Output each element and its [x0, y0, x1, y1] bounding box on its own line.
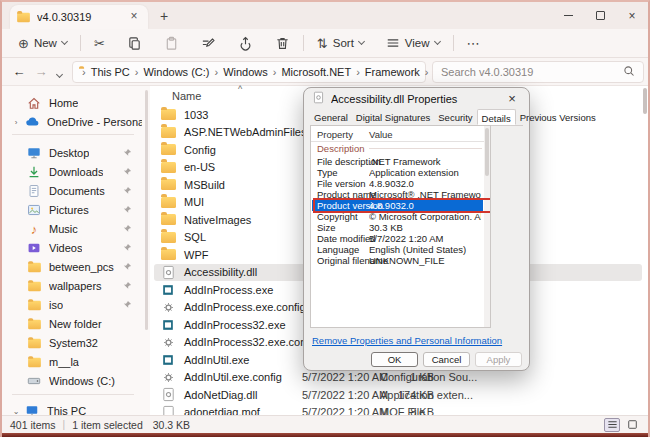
see-more-button[interactable]: ⋯: [461, 34, 486, 53]
sidebar-item-desktop[interactable]: Desktop: [2, 144, 142, 162]
breadcrumb-framework[interactable]: Framework: [363, 66, 422, 78]
pin-icon: [122, 224, 132, 234]
sidebar-item-videos[interactable]: Videos: [2, 239, 142, 257]
property-row[interactable]: Product nameMicrosoft® .NET Framework: [312, 189, 483, 200]
sidebar-item-new-folder[interactable]: New folder: [2, 315, 142, 333]
large-thumbnails-view-toggle[interactable]: [624, 418, 640, 432]
cut-button[interactable]: ✂: [88, 34, 111, 53]
copy-button[interactable]: [121, 33, 148, 54]
tab-details[interactable]: Details: [477, 109, 516, 125]
breadcrumb-windows-c[interactable]: Windows (C:): [141, 66, 211, 78]
sidebar-item-label: New folder: [49, 318, 102, 330]
rename-button[interactable]: [195, 33, 222, 54]
dialog-title-bar: Accessibility.dll Properties ×: [304, 88, 529, 109]
sidebar-item-system32[interactable]: System32: [2, 334, 142, 352]
tab-close-icon[interactable]: ×: [126, 9, 142, 25]
config-file-icon: [160, 369, 176, 385]
file-list-scrollbar[interactable]: [643, 88, 647, 114]
property-row[interactable]: TypeApplication extension: [312, 167, 483, 178]
sidebar-divider: [12, 394, 134, 395]
collapse-chevron-icon[interactable]: ⌄: [8, 407, 24, 416]
sidebar-item-label: Windows (C:): [49, 375, 115, 387]
breadcrumb-separator: ›: [211, 66, 221, 78]
forward-button[interactable]: →: [30, 64, 52, 79]
file-row[interactable]: AddInUtil.exe.config5/7/2022 1:20 AMConf…: [154, 369, 642, 387]
folder-icon: [160, 107, 176, 123]
dialog-tabs: General Digital Signatures Security Deta…: [310, 110, 523, 126]
recent-locations-button[interactable]: [52, 63, 66, 81]
property-row[interactable]: Copyright© Microsoft Corporation. All ri…: [312, 211, 483, 222]
cancel-button[interactable]: Cancel: [423, 352, 470, 367]
delete-button[interactable]: [269, 33, 296, 54]
sidebar-item-pictures[interactable]: Pictures: [2, 201, 142, 219]
file-name: AddInProcess.exe: [184, 284, 273, 296]
property-row-product-version[interactable]: Product version4.8.9032.0: [312, 200, 483, 211]
property-row[interactable]: Size30.3 KB: [312, 222, 483, 233]
minimize-button[interactable]: [552, 2, 584, 29]
property-row[interactable]: Original filenameUNKNOWN_FILE: [312, 255, 483, 266]
sheet-scrollbar[interactable]: [484, 126, 490, 327]
tab-digital-signatures[interactable]: Digital Signatures: [352, 110, 434, 125]
expand-chevron-icon[interactable]: ›: [8, 118, 24, 127]
details-view-toggle[interactable]: [604, 418, 620, 432]
sidebar-item-between-pcs[interactable]: between_pcs: [2, 258, 142, 276]
sidebar-item-label: Documents: [49, 185, 105, 197]
file-row[interactable]: AdoNetDiag.dll5/7/2022 1:20 AMApplicatio…: [154, 386, 642, 404]
sidebar-item-windows-c[interactable]: Windows (C:): [2, 372, 142, 390]
folder-icon: [26, 259, 42, 275]
close-button[interactable]: ×: [616, 2, 648, 29]
sidebar-item-documents[interactable]: Documents: [2, 182, 142, 200]
sidebar-item-onedrive[interactable]: › OneDrive - Personal: [2, 113, 142, 131]
folder-icon: [26, 297, 42, 313]
new-tab-button[interactable]: +: [154, 8, 174, 26]
paste-button[interactable]: [158, 33, 185, 54]
remove-properties-link[interactable]: Remove Properties and Personal Informati…: [312, 335, 502, 346]
breadcrumb-this-pc[interactable]: This PC: [89, 66, 132, 78]
sidebar-item-wallpapers[interactable]: wallpapers: [2, 277, 142, 295]
property-value: 30.3 KB: [369, 222, 481, 233]
view-button[interactable]: View: [380, 33, 446, 53]
sidebar-item-downloads[interactable]: Downloads: [2, 163, 142, 181]
sort-button-label: Sort: [333, 37, 354, 49]
property-row[interactable]: LanguageEnglish (United States): [312, 244, 483, 255]
folder-icon: [160, 194, 176, 210]
property-value: Application extension: [369, 167, 481, 178]
home-icon: [26, 95, 42, 111]
tab-previous-versions[interactable]: Previous Versions: [516, 110, 600, 125]
share-button[interactable]: [232, 33, 259, 54]
tab-security[interactable]: Security: [434, 110, 476, 125]
sidebar-item-m-la[interactable]: m__la: [2, 353, 142, 371]
folder-icon: [160, 159, 176, 175]
back-button[interactable]: ←: [8, 64, 30, 79]
this-pc-icon: [24, 403, 40, 415]
property-row[interactable]: File description.NET Framework: [312, 156, 483, 167]
maximize-button[interactable]: [584, 2, 616, 29]
tab-general[interactable]: General: [310, 110, 352, 125]
new-button[interactable]: ⊕ New: [12, 34, 73, 53]
breadcrumb-microsoft-net[interactable]: Microsoft.NET: [279, 66, 353, 78]
explorer-tab[interactable]: v4.0.30319 ×: [10, 5, 148, 29]
ellipsis-icon: ⋯: [467, 37, 480, 50]
sidebar-item-label: Music: [49, 223, 78, 235]
breadcrumb-windows[interactable]: Windows: [221, 66, 270, 78]
sidebar-item-home[interactable]: Home: [2, 94, 142, 112]
folder-icon: [160, 124, 176, 140]
property-value: UNKNOWN_FILE: [369, 255, 481, 266]
sidebar-item-this-pc[interactable]: ⌄ This PC: [2, 402, 142, 415]
selection-count: 1 item selected: [72, 419, 143, 431]
property-row[interactable]: File version4.8.9032.0: [312, 178, 483, 189]
breadcrumb-separator: ›: [422, 66, 432, 78]
sidebar-item-iso[interactable]: iso: [2, 296, 142, 314]
pin-icon: [122, 167, 132, 177]
size-cell: 174 KB: [382, 389, 434, 401]
ok-button[interactable]: OK: [371, 352, 418, 367]
search-input[interactable]: [441, 66, 623, 78]
sidebar-scrollbar[interactable]: [145, 90, 148, 330]
property-row[interactable]: Date modified5/7/2022 1:20 AM: [312, 233, 483, 244]
sort-button[interactable]: ⇅ Sort: [311, 34, 370, 53]
dialog-close-icon[interactable]: ×: [503, 91, 521, 106]
folder-icon: [26, 354, 42, 370]
sidebar-item-music[interactable]: ♪ Music: [2, 220, 142, 238]
name-column-header[interactable]: Name: [172, 90, 201, 102]
property-value: Microsoft® .NET Framework: [369, 189, 481, 200]
